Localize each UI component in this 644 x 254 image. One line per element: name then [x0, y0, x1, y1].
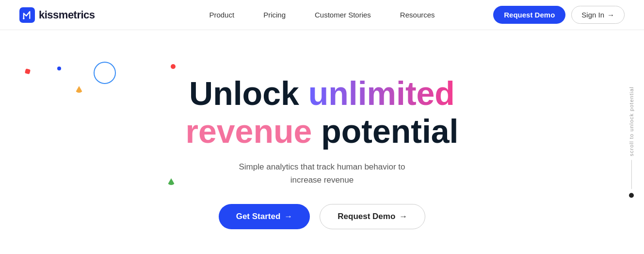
- nav-customer-stories[interactable]: Customer Stories: [315, 11, 371, 19]
- nav-right: Request Demo Sign In →: [493, 6, 625, 24]
- logo[interactable]: kissmetrics: [19, 7, 95, 23]
- deco-orange-triangle: [75, 86, 83, 93]
- nav-resources[interactable]: Resources: [400, 11, 435, 19]
- hero-buttons: Get Started → Request Demo →: [219, 204, 426, 229]
- hero-subtitle: Simple analytics that track human behavi…: [239, 160, 405, 186]
- hero-title-line2: revenue potential: [185, 112, 458, 150]
- deco-circle-outline: [94, 62, 116, 84]
- deco-red-dot: [171, 64, 176, 69]
- scroll-text: scroll to unlock potential: [628, 86, 634, 156]
- hero-title: Unlock unlimited revenue potential: [185, 74, 458, 150]
- hero-title-line1: Unlock unlimited: [185, 74, 458, 112]
- hero-potential-text: potential: [312, 113, 458, 150]
- nav-links: Product Pricing Customer Stories Resourc…: [209, 11, 435, 19]
- nav-pricing[interactable]: Pricing: [263, 11, 286, 19]
- deco-green-triangle: [167, 178, 175, 185]
- logo-text: kissmetrics: [39, 9, 95, 21]
- get-started-button[interactable]: Get Started →: [219, 204, 310, 229]
- hero-section: Unlock unlimited revenue potential Simpl…: [0, 30, 644, 254]
- nav-product[interactable]: Product: [209, 11, 234, 19]
- hero-revenue-text: revenue: [185, 113, 312, 150]
- logo-icon: [19, 7, 35, 23]
- deco-blue-dot: [57, 67, 61, 70]
- hero-unlimited-text: unlimited: [308, 75, 455, 112]
- deco-red-hex: [25, 68, 31, 74]
- hero-request-demo-button[interactable]: Request Demo →: [320, 204, 425, 229]
- scroll-indicator: scroll to unlock potential: [628, 86, 634, 198]
- sign-in-button[interactable]: Sign In →: [571, 6, 625, 24]
- svg-point-1: [23, 17, 25, 19]
- scroll-line: [631, 160, 632, 189]
- scroll-dot: [629, 193, 634, 198]
- navbar-request-demo-button[interactable]: Request Demo: [493, 6, 565, 24]
- navbar: kissmetrics Product Pricing Customer Sto…: [0, 0, 644, 30]
